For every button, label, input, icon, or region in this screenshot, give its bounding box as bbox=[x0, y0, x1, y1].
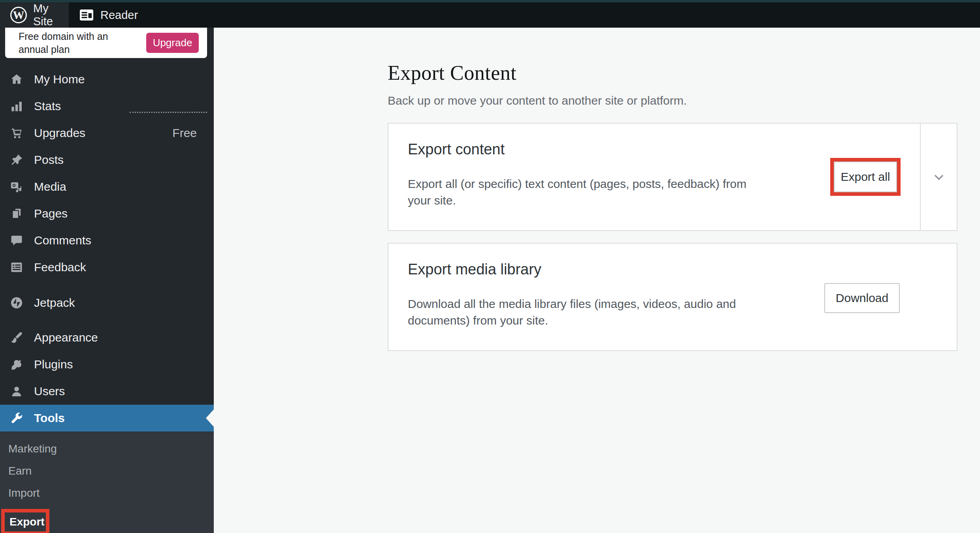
export-media-card-description: Download all the media library files (im… bbox=[408, 296, 763, 329]
home-icon bbox=[9, 72, 24, 86]
export-content-card-title: Export content bbox=[408, 141, 505, 158]
sidebar-item-jetpack[interactable]: Jetpack bbox=[0, 289, 214, 316]
my-site-label: My Site bbox=[33, 2, 69, 28]
export-content-expand-toggle[interactable] bbox=[920, 124, 957, 230]
sidebar-item-pages[interactable]: Pages bbox=[0, 200, 214, 227]
sidebar-item-media[interactable]: Media bbox=[0, 173, 214, 200]
plugins-icon bbox=[9, 357, 24, 372]
chevron-down-icon bbox=[931, 169, 947, 185]
submenu-item-marketing[interactable]: Marketing bbox=[0, 438, 214, 460]
export-all-annotation-box: Export all bbox=[830, 158, 901, 196]
download-button[interactable]: Download bbox=[824, 283, 900, 313]
upgrade-banner: Free domain with an annual plan Upgrade bbox=[5, 28, 207, 58]
page-subtitle: Back up or move your content to another … bbox=[388, 94, 687, 107]
media-icon bbox=[9, 180, 24, 194]
sidebar-item-appearance[interactable]: Appearance bbox=[0, 324, 214, 351]
stats-icon bbox=[9, 99, 24, 113]
export-content-card-description: Export all (or specific) text content (p… bbox=[408, 176, 763, 209]
cart-icon bbox=[9, 126, 24, 140]
submenu-item-earn[interactable]: Earn bbox=[0, 460, 214, 482]
reader-tab[interactable]: Reader bbox=[69, 2, 138, 28]
comments-icon bbox=[9, 233, 24, 248]
upgrades-free-badge: Free bbox=[172, 126, 197, 140]
sidebar-item-upgrades[interactable]: Upgrades Free bbox=[0, 120, 214, 146]
appearance-icon bbox=[9, 330, 24, 345]
reader-label: Reader bbox=[100, 9, 138, 22]
submenu-item-export-annotated[interactable]: Export bbox=[1, 509, 49, 533]
export-all-button[interactable]: Export all bbox=[834, 161, 897, 192]
sidebar-item-plugins[interactable]: Plugins bbox=[0, 351, 214, 378]
feedback-icon bbox=[9, 260, 24, 274]
wordpress-logo-icon: W bbox=[10, 7, 27, 23]
admin-sidebar: Free domain with an annual plan Upgrade … bbox=[0, 28, 214, 533]
sidebar-item-stats[interactable]: Stats bbox=[0, 93, 214, 120]
export-media-card-title: Export media library bbox=[408, 261, 541, 278]
page-title: Export Content bbox=[388, 61, 516, 84]
export-content-card: Export content Export all (or specific) … bbox=[388, 123, 957, 231]
submenu-item-import[interactable]: Import bbox=[0, 482, 214, 504]
main-content: Export Content Back up or move your cont… bbox=[214, 28, 980, 533]
sidebar-item-my-home[interactable]: My Home bbox=[0, 66, 214, 93]
reader-icon bbox=[79, 8, 94, 22]
export-media-library-card: Export media library Download all the me… bbox=[388, 243, 957, 351]
pages-icon bbox=[9, 206, 24, 221]
pushpin-icon bbox=[9, 153, 24, 167]
tools-submenu: Marketing Earn Import Export bbox=[0, 432, 214, 533]
wordpress-admin-export-page: W My Site Reader Free domain with an ann… bbox=[0, 0, 980, 533]
tools-wrench-icon bbox=[9, 411, 24, 425]
sidebar-item-users[interactable]: Users bbox=[0, 378, 214, 405]
submenu-item-export-label: Export bbox=[9, 516, 45, 528]
users-icon bbox=[9, 384, 24, 398]
my-site-tab[interactable]: W My Site bbox=[0, 2, 69, 28]
jetpack-icon bbox=[9, 296, 24, 310]
sidebar-item-feedback[interactable]: Feedback bbox=[0, 254, 214, 281]
sidebar-nav: My Home Stats Upgrades Free Posts Media bbox=[0, 66, 214, 432]
masterbar: W My Site Reader bbox=[0, 0, 980, 28]
sidebar-item-comments[interactable]: Comments bbox=[0, 227, 214, 254]
upgrade-button[interactable]: Upgrade bbox=[146, 33, 199, 53]
sidebar-item-tools[interactable]: Tools bbox=[0, 405, 214, 432]
upgrade-banner-text: Free domain with an annual plan bbox=[19, 30, 121, 56]
sidebar-item-posts[interactable]: Posts bbox=[0, 146, 214, 173]
